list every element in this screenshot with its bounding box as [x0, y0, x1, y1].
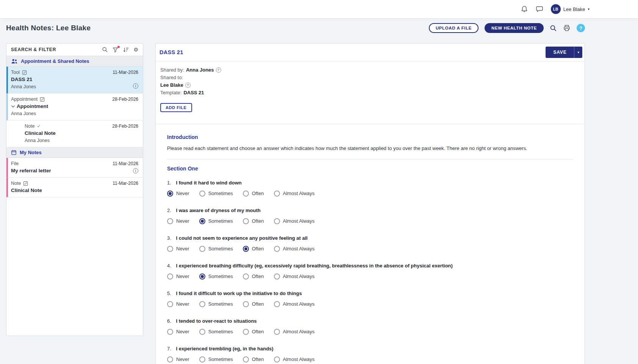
search-icon[interactable]	[550, 25, 557, 32]
radio-option[interactable]: Sometimes	[199, 246, 233, 252]
radio-option[interactable]: Never	[167, 273, 189, 280]
sort-icon[interactable]	[123, 47, 129, 53]
radio-button[interactable]	[274, 218, 280, 224]
radio-option[interactable]: Almost Always	[274, 273, 315, 280]
radio-option[interactable]: Never	[167, 191, 189, 197]
help-question-icon[interactable]: ?	[216, 67, 221, 73]
item-title: My referral letter	[11, 168, 51, 173]
radio-option[interactable]: Almost Always	[274, 356, 315, 362]
save-dropdown-caret[interactable]: ▾	[574, 47, 582, 58]
upload-file-button[interactable]: UPLOAD A FILE	[429, 23, 478, 33]
radio-option[interactable]: Never	[167, 329, 189, 335]
radio-option[interactable]: Often	[243, 356, 264, 362]
radio-option[interactable]: Never	[167, 301, 189, 307]
radio-option[interactable]: Often	[243, 329, 264, 335]
info-icon[interactable]: i	[133, 168, 138, 173]
radio-button-selected[interactable]	[199, 273, 205, 280]
note-item-clinical-note-shared[interactable]: Note ✓ 28-Feb-2026 Clinical Note Anna Jo…	[6, 120, 143, 147]
radio-option[interactable]: Often	[243, 246, 264, 252]
radio-button[interactable]	[167, 273, 173, 280]
radio-option[interactable]: Sometimes	[199, 301, 233, 307]
note-item-tool-dass21[interactable]: Tool 11-Mar-2026 DASS 21 Anna Jones i	[6, 67, 143, 94]
radio-option[interactable]: Sometimes	[199, 356, 233, 362]
chevron-down-icon: ▾	[588, 7, 590, 11]
filter-icon[interactable]	[113, 47, 118, 53]
print-icon[interactable]	[563, 24, 571, 32]
radio-button[interactable]	[199, 301, 205, 307]
radio-button[interactable]	[243, 301, 249, 307]
question-number: 7.	[167, 346, 171, 352]
radio-button[interactable]	[274, 246, 280, 252]
radio-option[interactable]: Almost Always	[274, 246, 315, 252]
radio-option[interactable]: Almost Always	[274, 301, 315, 307]
shared-to-value: Lee Blake	[160, 82, 183, 89]
sidebar-search-icon[interactable]	[102, 47, 108, 53]
radio-button[interactable]	[167, 356, 173, 362]
save-button[interactable]: SAVE	[546, 47, 574, 58]
radio-button-selected[interactable]	[167, 191, 173, 197]
radio-button[interactable]	[199, 356, 205, 362]
radio-button[interactable]	[243, 218, 249, 224]
radio-option[interactable]: Never	[167, 218, 189, 224]
radio-label: Often	[252, 191, 264, 196]
radio-button[interactable]	[274, 329, 280, 335]
note-item-clinical-note-mine[interactable]: Note 11-Mar-2026 Clinical Note	[6, 178, 143, 197]
radio-button[interactable]	[167, 218, 173, 224]
radio-option[interactable]: Almost Always	[274, 191, 315, 197]
shared-by-label: Shared by:	[160, 67, 184, 73]
radio-option[interactable]: Sometimes	[199, 273, 233, 280]
radio-button[interactable]	[243, 191, 249, 197]
radio-label: Almost Always	[283, 301, 315, 307]
radio-option[interactable]: Almost Always	[274, 329, 315, 335]
section-my-notes[interactable]: My Notes	[6, 147, 143, 158]
radio-button[interactable]	[199, 191, 205, 197]
radio-button[interactable]	[243, 273, 249, 280]
question-block: 3. I could not seem to experience any po…	[167, 235, 573, 252]
radio-option[interactable]: Often	[243, 218, 264, 224]
radio-button[interactable]	[167, 301, 173, 307]
radio-option[interactable]: Almost Always	[274, 218, 315, 224]
radio-option[interactable]: Often	[243, 301, 264, 307]
radio-button[interactable]	[167, 246, 173, 252]
radio-option[interactable]: Sometimes	[199, 329, 233, 335]
info-icon[interactable]: i	[133, 83, 138, 89]
question-options: NeverSometimesOftenAlmost Always	[167, 301, 573, 307]
radio-option[interactable]: Never	[167, 246, 189, 252]
radio-option[interactable]: Sometimes	[199, 191, 233, 197]
radio-button[interactable]	[199, 329, 205, 335]
radio-option[interactable]: Sometimes	[199, 218, 233, 224]
section-appointment-shared-notes[interactable]: Appointment & Shared Notes	[6, 56, 143, 67]
note-item-my-referral-letter[interactable]: File 11-Mar-2026 My referral letter i	[6, 158, 143, 178]
chevron-down-icon[interactable]	[11, 105, 15, 108]
user-menu[interactable]: LB Lee Blake ▾	[551, 4, 590, 14]
radio-button[interactable]	[274, 356, 280, 362]
topbar: LB Lee Blake ▾	[0, 0, 638, 18]
radio-label: Almost Always	[283, 329, 315, 334]
intro-heading: Introduction	[167, 134, 573, 140]
notifications-bell-icon[interactable]	[521, 5, 528, 13]
radio-option[interactable]: Often	[243, 191, 264, 197]
help-question-icon[interactable]: ?	[185, 83, 191, 88]
add-file-button[interactable]: ADD FILE	[160, 103, 192, 112]
avatar: LB	[551, 4, 561, 14]
radio-button[interactable]	[167, 329, 173, 335]
radio-label: Never	[176, 273, 189, 279]
section-label: My Notes	[20, 150, 42, 155]
radio-option[interactable]: Often	[243, 273, 264, 280]
messages-chat-icon[interactable]	[536, 5, 543, 13]
radio-button[interactable]	[274, 191, 280, 197]
radio-button-selected[interactable]	[243, 246, 249, 252]
edit-note-icon	[22, 70, 27, 75]
radio-option[interactable]: Never	[167, 356, 189, 362]
help-icon[interactable]: ?	[577, 24, 585, 32]
note-item-appointment[interactable]: Appointment 28-Feb-2026 Appointment	[6, 94, 143, 120]
radio-button[interactable]	[243, 356, 249, 362]
radio-label: Often	[252, 301, 264, 307]
new-health-note-button[interactable]: NEW HEALTH NOTE	[485, 23, 544, 33]
settings-gear-icon[interactable]: ⚙	[133, 47, 138, 52]
radio-button[interactable]	[274, 273, 280, 280]
radio-button[interactable]	[199, 246, 205, 252]
radio-button[interactable]	[274, 301, 280, 307]
radio-button[interactable]	[243, 329, 249, 335]
radio-button-selected[interactable]	[199, 218, 205, 224]
